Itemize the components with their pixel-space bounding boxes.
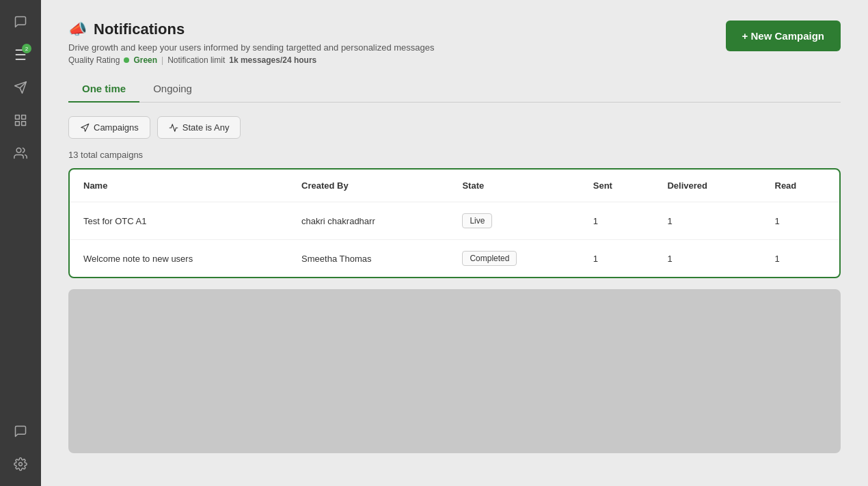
svg-rect-4: [22, 122, 26, 126]
col-sent: Sent: [580, 170, 654, 202]
new-campaign-button[interactable]: + New Campaign: [726, 21, 841, 51]
svg-point-7: [19, 463, 23, 466]
state-filter-label: State is Any: [182, 122, 230, 133]
row2-created-by: Smeetha Thomas: [288, 240, 448, 278]
state-filter-button[interactable]: State is Any: [157, 116, 241, 139]
filters-bar: Campaigns State is Any: [68, 116, 841, 139]
notification-limit-value: 1k messages/24 hours: [229, 55, 316, 65]
campaigns-filter-label: Campaigns: [94, 122, 139, 133]
row2-state-badge: Completed: [462, 251, 517, 266]
sidebar: 2: [0, 0, 41, 486]
page-title-area: 📣 Notifications Drive growth and keep yo…: [68, 21, 434, 65]
row2-delivered: 1: [653, 240, 761, 278]
page-header: 📣 Notifications Drive growth and keep yo…: [68, 21, 841, 65]
sidebar-icon-send[interactable]: [7, 74, 34, 101]
total-campaigns-label: 13 total campaigns: [68, 150, 841, 160]
quality-dot-green: [124, 57, 129, 63]
col-created-by: Created By: [288, 170, 448, 202]
row1-sent: 1: [580, 202, 654, 240]
main-content: 📣 Notifications Drive growth and keep yo…: [41, 0, 868, 486]
svg-point-6: [16, 148, 21, 153]
row2-read: 1: [761, 240, 840, 278]
row1-state-badge: Live: [462, 213, 492, 228]
row2-sent: 1: [580, 240, 654, 278]
svg-rect-5: [16, 122, 20, 126]
tab-ongoing[interactable]: Ongoing: [139, 76, 206, 103]
row1-delivered: 1: [653, 202, 761, 240]
table-row[interactable]: Welcome note to new users Smeetha Thomas…: [70, 240, 839, 278]
svg-rect-2: [16, 116, 20, 120]
sidebar-icon-dashboard[interactable]: [7, 107, 34, 134]
row1-name: Test for OTC A1: [70, 202, 288, 240]
chart-icon: [169, 123, 178, 133]
tabs-container: One time Ongoing: [68, 76, 841, 103]
campaigns-table-card: Name Created By State Sent Delivered Rea…: [68, 168, 841, 278]
campaigns-table: Name Created By State Sent Delivered Rea…: [70, 170, 839, 277]
page-title-row: 📣 Notifications: [68, 21, 434, 38]
bottom-gray-area: [68, 289, 841, 453]
page-subtitle: Drive growth and keep your users informe…: [68, 42, 434, 53]
svg-rect-3: [22, 116, 26, 120]
sidebar-icon-notifications[interactable]: 2: [7, 41, 34, 68]
col-read: Read: [761, 170, 840, 202]
col-state: State: [448, 170, 579, 202]
row1-state: Live: [448, 202, 579, 240]
notification-limit-label: Notification limit: [167, 55, 225, 65]
sidebar-icon-contacts[interactable]: [7, 139, 34, 167]
quality-row: Quality Rating Green | Notification limi…: [68, 55, 434, 65]
col-delivered: Delivered: [653, 170, 761, 202]
megaphone-icon: [80, 123, 90, 133]
notification-badge: 2: [22, 44, 31, 53]
row2-state: Completed: [448, 240, 579, 278]
quality-label: Quality Rating: [68, 55, 120, 65]
quality-value: Green: [133, 55, 157, 65]
page-title: Notifications: [94, 21, 185, 38]
row1-created-by: chakri chakradharr: [288, 202, 448, 240]
col-name: Name: [70, 170, 288, 202]
campaigns-filter-button[interactable]: Campaigns: [68, 116, 150, 139]
row2-name: Welcome note to new users: [70, 240, 288, 278]
table-header-row: Name Created By State Sent Delivered Rea…: [70, 170, 839, 202]
notifications-page-icon: 📣: [68, 21, 87, 38]
sidebar-icon-settings[interactable]: [7, 450, 34, 478]
sidebar-icon-chat[interactable]: [7, 418, 34, 445]
sidebar-icon-conversations[interactable]: [7, 8, 34, 36]
tab-one-time[interactable]: One time: [68, 76, 139, 103]
table-row[interactable]: Test for OTC A1 chakri chakradharr Live …: [70, 202, 839, 240]
row1-read: 1: [761, 202, 840, 240]
